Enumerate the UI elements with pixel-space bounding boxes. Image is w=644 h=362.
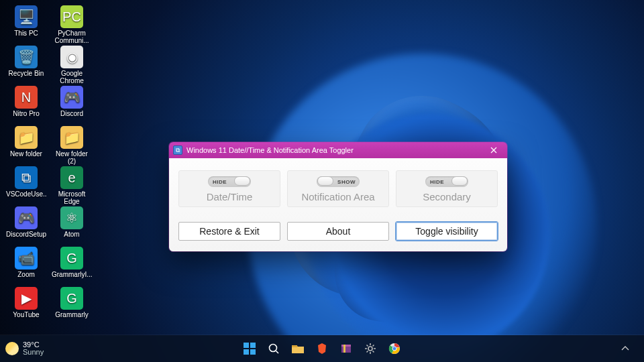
- discord-setup-icon: 🎮: [15, 206, 38, 229]
- grammarly-icon: G: [60, 287, 83, 310]
- desktop-icon-vscode[interactable]: ⧉VSCodeUse...: [5, 166, 47, 205]
- taskbar-right: [616, 339, 644, 358]
- desktop-icon-label: Recycle Bin: [9, 70, 44, 77]
- toggle-knob: [451, 176, 468, 186]
- atom-icon: ⚛: [60, 206, 83, 229]
- desktop-icon-label: Nitro Pro: [13, 110, 39, 117]
- weather-widget[interactable]: 39°C Sunny: [0, 341, 44, 356]
- button-row: Restore & Exit About Toggle visibility: [178, 222, 498, 241]
- toggle-datetime: HIDEDate/Time: [178, 170, 280, 207]
- taskbar: 39°C Sunny: [0, 335, 644, 362]
- explorer-icon[interactable]: [288, 339, 307, 358]
- edge-icon: e: [60, 166, 83, 189]
- desktop-icon-label: Microsoft Edge: [52, 190, 92, 205]
- weather-cond: Sunny: [23, 349, 44, 356]
- svg-point-12: [392, 347, 396, 351]
- desktop-icon-new-folder-2[interactable]: 📁New folder (2): [51, 126, 93, 165]
- toggle-datetime-label: Date/Time: [183, 191, 276, 202]
- desktop-icon-discord-setup[interactable]: 🎮DiscordSetup: [5, 206, 47, 245]
- toggle-notification-label: Notification Area: [292, 191, 384, 202]
- svg-rect-3: [250, 349, 256, 355]
- desktop-icon-label: Zoom: [17, 271, 35, 278]
- toggle-secondary-switch[interactable]: HIDE: [425, 176, 468, 187]
- pycharm-icon: PC: [60, 5, 83, 28]
- restore-exit-button[interactable]: Restore & Exit: [178, 222, 280, 241]
- winrar-icon[interactable]: [337, 339, 356, 358]
- zoom-icon: 📹: [15, 247, 38, 269]
- search-icon[interactable]: [264, 339, 283, 358]
- toggle-notification-switch[interactable]: SHOW: [317, 176, 360, 187]
- youtube-icon: ▶: [15, 287, 38, 310]
- desktop-icon-this-pc[interactable]: 🖥️This PC: [5, 5, 47, 44]
- toggle-row: HIDEDate/TimeSHOWNotification AreaHIDESe…: [178, 170, 498, 207]
- desktop-icon-grammarly-in[interactable]: GGrammarlyI...: [51, 247, 93, 286]
- app-title: Windows 11 Date//Time & Notification Are…: [186, 146, 484, 154]
- toggle-notification: SHOWNotification Area: [287, 170, 389, 207]
- toggle-knob: [234, 176, 250, 186]
- desktop-icon-atom[interactable]: ⚛Atom: [51, 206, 93, 245]
- toggle-secondary-label: Secondary: [400, 191, 493, 202]
- desktop-icon-label: GrammarlyI...: [52, 271, 92, 278]
- desktop: 🖥️This PCPCPyCharm Communi...🗑️Recycle B…: [5, 5, 93, 326]
- desktop-icon-label: This PC: [14, 29, 38, 37]
- svg-rect-5: [292, 345, 297, 347]
- title-bar[interactable]: ⧉ Windows 11 Date//Time & Notification A…: [169, 142, 507, 158]
- svg-rect-1: [250, 343, 256, 348]
- desktop-icon-chrome[interactable]: ◉Google Chrome: [51, 46, 93, 84]
- desktop-icon-label: YouTube: [13, 311, 39, 318]
- svg-rect-2: [244, 349, 249, 355]
- desktop-icon-label: Atom: [64, 231, 79, 238]
- svg-rect-7: [341, 345, 351, 347]
- svg-point-9: [368, 347, 372, 351]
- app-window: ⧉ Windows 11 Date//Time & Notification A…: [169, 142, 507, 251]
- desktop-icon-label: Grammarly: [55, 311, 88, 318]
- brave-icon[interactable]: [313, 339, 331, 358]
- chrome-icon: ◉: [60, 46, 83, 68]
- start-button[interactable]: [240, 339, 259, 358]
- nitro-pro-icon: N: [15, 86, 38, 109]
- desktop-icon-discord[interactable]: 🎮Discord: [51, 86, 93, 125]
- discord-icon: 🎮: [60, 86, 83, 109]
- desktop-icon-label: DiscordSetup: [6, 231, 46, 238]
- desktop-icon-new-folder[interactable]: 📁New folder: [5, 126, 47, 165]
- svg-rect-0: [244, 343, 249, 348]
- chrome-icon[interactable]: [385, 339, 404, 358]
- tray-chevron-icon[interactable]: [616, 339, 635, 358]
- desktop-icon-label: PyCharm Communi...: [52, 29, 92, 44]
- recycle-bin-icon: 🗑️: [15, 46, 38, 68]
- about-button[interactable]: About: [287, 222, 389, 241]
- desktop-icon-nitro-pro[interactable]: NNitro Pro: [5, 86, 47, 125]
- app-icon: ⧉: [173, 145, 182, 155]
- desktop-icon-label: VSCodeUse...: [6, 190, 46, 198]
- settings-icon[interactable]: [361, 339, 380, 358]
- taskbar-center: [240, 339, 404, 358]
- desktop-icon-grammarly[interactable]: GGrammarly: [51, 287, 93, 326]
- app-body: HIDEDate/TimeSHOWNotification AreaHIDESe…: [169, 158, 507, 251]
- vscode-icon: ⧉: [15, 166, 38, 189]
- toggle-knob: [317, 176, 333, 186]
- this-pc-icon: 🖥️: [15, 5, 38, 28]
- desktop-icon-zoom[interactable]: 📹Zoom: [5, 247, 47, 286]
- desktop-icon-edge[interactable]: eMicrosoft Edge: [51, 166, 93, 205]
- desktop-icon-recycle-bin[interactable]: 🗑️Recycle Bin: [5, 46, 47, 84]
- desktop-icon-label: Google Chrome: [52, 70, 92, 84]
- svg-point-4: [270, 345, 277, 352]
- grammarly-in-icon: G: [60, 247, 83, 269]
- close-button[interactable]: [484, 144, 503, 156]
- weather-icon: [5, 342, 19, 355]
- desktop-icon-label: Discord: [60, 110, 83, 117]
- toggle-secondary: HIDESecondary: [396, 170, 498, 207]
- desktop-icon-pycharm[interactable]: PCPyCharm Communi...: [51, 5, 93, 44]
- new-folder-icon: 📁: [15, 126, 38, 149]
- svg-rect-8: [343, 345, 345, 353]
- desktop-icon-label: New folder (2): [52, 150, 92, 165]
- toggle-visibility-button[interactable]: Toggle visibility: [396, 222, 498, 241]
- new-folder-2-icon: 📁: [60, 126, 83, 149]
- desktop-icon-youtube[interactable]: ▶YouTube: [5, 287, 47, 326]
- desktop-icon-label: New folder: [10, 150, 42, 158]
- toggle-datetime-switch[interactable]: HIDE: [208, 176, 251, 187]
